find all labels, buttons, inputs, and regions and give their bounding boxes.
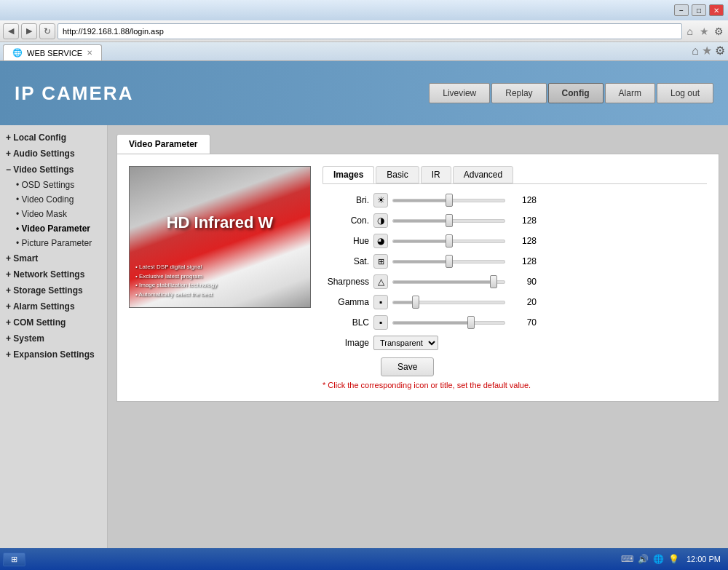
hue-label: Hue (323, 236, 373, 246)
image-label: Image (323, 338, 373, 348)
sharpness-icon[interactable]: △ (373, 274, 388, 289)
browser-titlebar: − □ ✕ (0, 0, 728, 20)
bookmark-icon[interactable]: ★ (698, 25, 711, 37)
param-row-gamma: Gamma ▪ 20 (323, 295, 707, 309)
home-icon[interactable]: ⌂ (684, 25, 696, 37)
sidebar-item-system[interactable]: + System (0, 330, 107, 347)
con-icon[interactable]: ◑ (373, 213, 388, 228)
browser-toolbar: ◀ ▶ ↻ ⌂ ★ ⚙ (0, 20, 728, 42)
sidebar-item-com-setting[interactable]: + COM Setting (0, 314, 107, 330)
bri-slider-thumb[interactable] (446, 194, 453, 207)
sat-slider-thumb[interactable] (446, 255, 453, 268)
tab-bar: 🌐 WEB SERVICE ✕ ⌂ ★ ⚙ (0, 42, 728, 61)
taskbar-icon-1: ⌨ (621, 554, 633, 564)
tab-label: WEB SERVICE (27, 49, 82, 58)
bri-icon[interactable]: ☀ (373, 193, 388, 207)
alarm-button[interactable]: Alarm (605, 83, 655, 103)
sidebar-item-osd-settings[interactable]: • OSD Settings (0, 178, 107, 192)
param-row-image: Image Transparent Normal Dark (323, 336, 707, 350)
con-value: 128 (511, 215, 537, 226)
sidebar-item-video-mask[interactable]: • Video Mask (0, 207, 107, 221)
back-button[interactable]: ◀ (3, 23, 19, 39)
tab-images[interactable]: Images (323, 166, 374, 183)
refresh-button[interactable]: ↻ (39, 23, 55, 39)
sidebar-item-network-settings[interactable]: + Network Settings (0, 266, 107, 282)
logout-button[interactable]: Log out (657, 83, 713, 103)
bri-label: Bri. (323, 195, 373, 205)
sidebar-item-storage-settings[interactable]: + Storage Settings (0, 282, 107, 298)
panel-body: HD Infrared W • Latest DSP digital signa… (116, 154, 719, 402)
blc-slider-thumb[interactable] (467, 316, 475, 329)
con-slider-track (392, 219, 505, 223)
video-text-hd: HD Infrared W (167, 213, 274, 232)
browser-home-icon[interactable]: ⌂ (692, 44, 699, 58)
tab-close-icon[interactable]: ✕ (87, 49, 92, 57)
sidebar-item-video-settings[interactable]: − Video Settings (0, 162, 107, 178)
gamma-slider-track (392, 301, 505, 304)
taskbar-icon-4: 💡 (668, 554, 679, 564)
sidebar-item-video-parameter[interactable]: • Video Parameter (0, 221, 107, 236)
params-area: Images Basic IR Advanced Bri. ☀ 128 (323, 166, 707, 389)
sidebar: + Local Config + Audio Settings − Video … (0, 125, 108, 548)
taskbar: ⊞ ⌨ 🔊 🌐 💡 12:00 PM (0, 548, 728, 570)
gamma-icon[interactable]: ▪ (373, 295, 388, 309)
liveview-button[interactable]: Liveview (429, 83, 490, 103)
panel-tab-label: Video Parameter (116, 134, 210, 154)
sat-slider-track (392, 260, 505, 264)
param-row-sharpness: Sharpness △ 90 (323, 274, 707, 289)
sidebar-item-video-coding[interactable]: • Video Coding (0, 192, 107, 207)
param-tabs: Images Basic IR Advanced (323, 166, 707, 184)
save-button[interactable]: Save (381, 357, 434, 376)
taskbar-right: ⌨ 🔊 🌐 💡 12:00 PM (621, 554, 725, 564)
sidebar-item-smart[interactable]: + Smart (0, 250, 107, 266)
sidebar-item-alarm-settings[interactable]: + Alarm Settings (0, 298, 107, 314)
blc-value: 70 (511, 317, 537, 328)
browser-gear-icon[interactable]: ⚙ (715, 44, 725, 58)
address-bar[interactable] (58, 23, 682, 39)
sidebar-item-audio-settings[interactable]: + Audio Settings (0, 146, 107, 162)
param-row-con: Con. ◑ 128 (323, 213, 707, 228)
hint-text: * Click the corresponding icon or title,… (323, 381, 707, 389)
sat-icon[interactable]: ⊞ (373, 254, 388, 269)
main-content: Video Parameter HD Infrared W • Latest D… (108, 125, 728, 548)
content-area: + Local Config + Audio Settings − Video … (0, 125, 728, 548)
browser-fav-icon[interactable]: ★ (702, 44, 712, 58)
maximize-button[interactable]: □ (692, 4, 706, 16)
gamma-slider-thumb[interactable] (412, 296, 419, 309)
browser-icons: ⌂ ★ ⚙ (692, 44, 725, 60)
sidebar-item-expansion-settings[interactable]: + Expansion Settings (0, 347, 107, 363)
tools-icon[interactable]: ⚙ (713, 25, 725, 37)
taskbar-icon-2: 🔊 (638, 554, 649, 564)
hue-slider-thumb[interactable] (446, 234, 453, 248)
taskbar-icon-3: 🌐 (653, 554, 664, 564)
close-button[interactable]: ✕ (709, 4, 724, 16)
blc-slider-track (392, 321, 505, 325)
param-row-bri: Bri. ☀ 128 (323, 193, 707, 207)
start-button[interactable]: ⊞ (3, 553, 25, 566)
page-title: IP CAMERA (15, 82, 133, 105)
sat-value: 128 (511, 256, 537, 266)
config-button[interactable]: Config (548, 83, 604, 103)
sidebar-item-picture-parameter[interactable]: • Picture Parameter (0, 236, 107, 250)
minimize-button[interactable]: − (674, 4, 689, 16)
browser-tab[interactable]: 🌐 WEB SERVICE ✕ (3, 44, 102, 60)
param-row-blc: BLC ▪ 70 (323, 315, 707, 330)
con-label: Con. (323, 215, 373, 226)
tab-basic[interactable]: Basic (376, 166, 419, 183)
replay-button[interactable]: Replay (491, 83, 546, 103)
image-select[interactable]: Transparent Normal Dark (373, 336, 438, 350)
bri-slider-track (392, 199, 505, 202)
tab-advanced[interactable]: Advanced (453, 166, 513, 183)
tab-ir[interactable]: IR (421, 166, 451, 183)
gamma-value: 20 (511, 297, 537, 307)
con-slider-thumb[interactable] (446, 214, 453, 227)
blc-icon[interactable]: ▪ (373, 315, 388, 330)
tab-icon: 🌐 (12, 48, 23, 58)
nav-buttons: Liveview Replay Config Alarm Log out (429, 83, 713, 103)
hue-icon[interactable]: ◕ (373, 234, 388, 248)
forward-button[interactable]: ▶ (21, 23, 37, 39)
sidebar-item-local-config[interactable]: + Local Config (0, 130, 107, 146)
taskbar-time: 12:00 PM (684, 555, 721, 563)
sharpness-slider-thumb[interactable] (490, 275, 497, 288)
hue-value: 128 (511, 236, 537, 246)
